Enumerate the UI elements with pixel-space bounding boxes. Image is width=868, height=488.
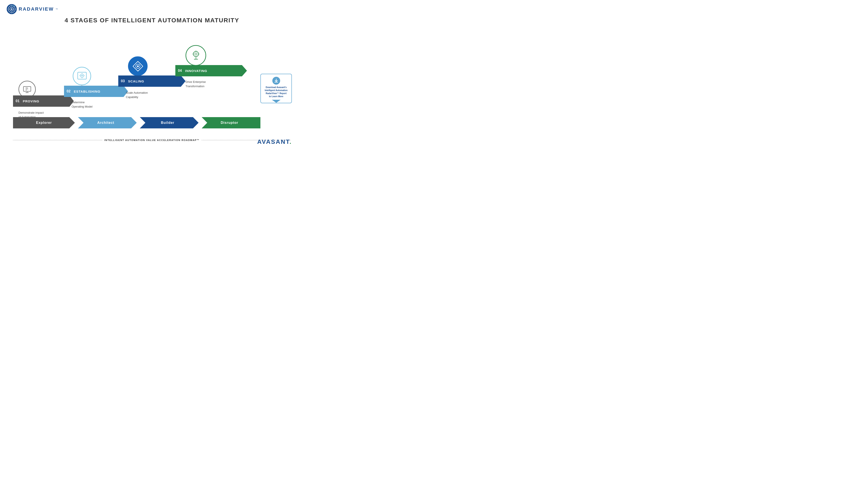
stage-4-icon: [190, 49, 202, 62]
bar-1-num: 01: [16, 99, 20, 103]
arrow-row-container: Explorer Architect Builder Disruptor: [13, 117, 260, 128]
header: RADARVIEW™: [0, 0, 304, 14]
stage-3-circle: [128, 56, 148, 76]
bar-1-proving: 01 PROVING: [13, 95, 74, 107]
svg-point-23: [193, 52, 198, 57]
download-arrow-shape: [272, 100, 281, 103]
stage-3-desc: Scale Automation Capability: [126, 91, 148, 99]
stage-3-icon: [132, 60, 144, 72]
stage-2-circle: [73, 67, 91, 85]
arrow-seg-architect: Architect: [75, 117, 137, 128]
logo-area: RADARVIEW™: [6, 4, 58, 14]
bar-2-num: 02: [67, 89, 70, 93]
svg-point-24: [195, 53, 197, 55]
download-icon: [272, 77, 280, 85]
radar-logo-icon: [6, 4, 17, 14]
stage-2-desc: Determine Operating Model: [72, 100, 92, 109]
stage-1-icon: [22, 84, 33, 95]
roadmap-text: INTELLIGENT AUTOMATION VALUE ACCELERATIO…: [104, 139, 199, 141]
logo-tm: ™: [56, 8, 58, 10]
arrow-seg-disruptor: Disruptor: [198, 117, 260, 128]
bar-1-name: PROVING: [23, 99, 39, 103]
download-box[interactable]: Download Avasant's Intelligent Automatio…: [260, 74, 292, 103]
main-title: 4 STAGES OF INTELLIGENT AUTOMATION MATUR…: [0, 17, 304, 24]
stage-4-desc: Drive Enterprise Transformation: [186, 80, 206, 88]
avasant-dot: .: [289, 138, 292, 145]
bar-3-name: SCALING: [128, 79, 144, 83]
roadmap-row: INTELLIGENT AUTOMATION VALUE ACCELERATIO…: [13, 139, 291, 141]
bar-4-innovating: 04 INNOVATING: [175, 65, 247, 76]
bar-4-name: INNOVATING: [185, 69, 207, 73]
avasant-logo: AVASANT.: [257, 138, 292, 145]
download-arrow-icon: [274, 78, 278, 83]
bar-3-num: 03: [121, 79, 125, 83]
bar-2-name: ESTABLISHING: [74, 90, 100, 93]
arrow-seg-explorer: Explorer: [13, 117, 75, 128]
stage-2-icon: [76, 70, 88, 82]
arrow-row: Explorer Architect Builder Disruptor: [13, 117, 260, 128]
logo-text: RADARVIEW: [19, 6, 54, 12]
download-text: Download Avasant's Intelligent Automatio…: [263, 86, 289, 98]
bar-3-scaling: 03 SCALING: [118, 75, 186, 87]
dot-line-left: [13, 140, 102, 140]
diagram-area: 01 PROVING Demonstrate impact of Automat…: [0, 26, 304, 152]
stage-4-circle: [186, 45, 206, 66]
bar-2-establishing: 02 ESTABLISHING: [64, 86, 128, 97]
arrow-seg-builder: Builder: [137, 117, 198, 128]
svg-point-19: [82, 75, 83, 76]
avasant-text: AVASANT.: [257, 138, 292, 145]
bar-4-num: 04: [178, 69, 182, 73]
svg-point-22: [137, 65, 139, 67]
